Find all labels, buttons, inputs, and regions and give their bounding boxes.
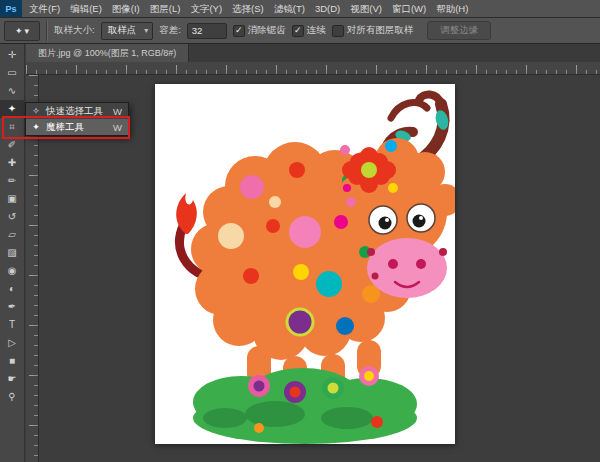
dodge-tool-button[interactable]: ◐ <box>0 280 24 298</box>
hand-tool-button[interactable]: ☛ <box>0 370 24 388</box>
menu-item-view[interactable]: 视图(V) <box>345 0 387 17</box>
cow-illustration <box>155 84 455 444</box>
contiguous-label: 连续 <box>307 24 326 37</box>
path-selection-tool-button[interactable]: ▷ <box>0 334 24 352</box>
antialias-checkbox[interactable]: ✓ <box>233 25 245 37</box>
sample-all-layers-checkbox[interactable] <box>332 25 344 37</box>
magic-wand-tool-button[interactable]: ✦ <box>0 100 24 118</box>
menu-item-window[interactable]: 窗口(W) <box>387 0 431 17</box>
history-brush-tool-button[interactable]: ↺ <box>0 208 24 226</box>
brush-tool-button[interactable]: ✏ <box>0 172 24 190</box>
menu-bar: Ps 文件(F) 编辑(E) 图像(I) 图层(L) 文字(Y) 选择(S) 滤… <box>0 0 600 18</box>
pen-tool-button[interactable]: ✒ <box>0 298 24 316</box>
head-flower <box>340 140 398 193</box>
cow-muzzle <box>367 238 447 298</box>
chevron-down-icon: ▾ <box>25 26 30 36</box>
separator <box>46 21 48 41</box>
menu-item-help[interactable]: 帮助(H) <box>431 0 473 17</box>
document-canvas[interactable] <box>155 84 455 444</box>
magic-wand-icon: ✦ <box>15 26 23 36</box>
contiguous-checkbox-group[interactable]: ✓ 连续 <box>292 24 326 37</box>
tolerance-label: 容差: <box>159 24 181 37</box>
antialias-label: 消除锯齿 <box>248 24 286 37</box>
eyedropper-tool-button[interactable]: ✐ <box>0 136 24 154</box>
flyout-item-quick-selection-tool[interactable]: ✧ 快速选择工具 W <box>26 103 128 119</box>
sample-all-layers-checkbox-group[interactable]: 对所有图层取样 <box>332 24 414 37</box>
menu-item-3d[interactable]: 3D(D) <box>310 0 345 17</box>
menu-item-image[interactable]: 图像(I) <box>107 0 145 17</box>
chevron-down-icon: ▾ <box>144 26 148 35</box>
workspace: ✛ ▭ ∿ ✦ ⌗ ✐ ✚ ✏ ▣ ↺ ▱ ▨ ◉ ◐ ✒ T ▷ ■ ☛ ⚲ … <box>0 44 600 462</box>
magic-wand-tool-icon: ✦ <box>30 122 42 132</box>
document-tab-bar: 图片.jpg @ 100%(图层 1, RGB/8#) <box>26 44 600 62</box>
menu-item-file[interactable]: 文件(F) <box>24 0 65 17</box>
menu-item-edit[interactable]: 编辑(E) <box>65 0 107 17</box>
flyout-item-shortcut: W <box>113 106 122 117</box>
refine-edge-button[interactable]: 调整边缘 <box>427 21 491 40</box>
horizontal-ruler[interactable] <box>26 62 600 75</box>
sample-size-label: 取样大小: <box>54 24 95 37</box>
type-tool-button[interactable]: T <box>0 316 24 334</box>
sample-size-value: 取样点 <box>108 24 137 37</box>
menu-item-type[interactable]: 文字(Y) <box>185 0 227 17</box>
tool-preset-picker[interactable]: ✦ ▾ <box>4 21 40 41</box>
menu-item-select[interactable]: 选择(S) <box>227 0 269 17</box>
shape-tool-button[interactable]: ■ <box>0 352 24 370</box>
flyout-item-magic-wand-tool[interactable]: ✦ 魔棒工具 W <box>26 119 128 135</box>
eraser-tool-button[interactable]: ▱ <box>0 226 24 244</box>
document-tab[interactable]: 图片.jpg @ 100%(图层 1, RGB/8#) <box>26 44 189 62</box>
marquee-tool-button[interactable]: ▭ <box>0 64 24 82</box>
clone-stamp-tool-button[interactable]: ▣ <box>0 190 24 208</box>
tool-flyout-menu: ✧ 快速选择工具 W ✦ 魔棒工具 W <box>25 102 129 136</box>
crop-tool-button[interactable]: ⌗ <box>0 118 24 136</box>
gradient-tool-button[interactable]: ▨ <box>0 244 24 262</box>
tools-panel: ✛ ▭ ∿ ✦ ⌗ ✐ ✚ ✏ ▣ ↺ ▱ ▨ ◉ ◐ ✒ T ▷ ■ ☛ ⚲ <box>0 44 25 462</box>
quick-selection-tool-icon: ✧ <box>30 106 42 116</box>
sample-all-layers-label: 对所有图层取样 <box>347 24 414 37</box>
grass <box>193 368 417 444</box>
healing-brush-tool-button[interactable]: ✚ <box>0 154 24 172</box>
contiguous-checkbox[interactable]: ✓ <box>292 25 304 37</box>
flyout-item-shortcut: W <box>113 122 122 133</box>
antialias-checkbox-group[interactable]: ✓ 消除锯齿 <box>233 24 286 37</box>
tool-options-bar: ✦ ▾ 取样大小: 取样点 ▾ 容差: ✓ 消除锯齿 ✓ 连续 对所有图层取样 … <box>0 18 600 44</box>
flyout-item-label: 快速选择工具 <box>46 105 103 118</box>
menu-item-layer[interactable]: 图层(L) <box>145 0 186 17</box>
menu-item-filter[interactable]: 滤镜(T) <box>269 0 310 17</box>
zoom-tool-button[interactable]: ⚲ <box>0 388 24 406</box>
tolerance-input[interactable] <box>187 23 227 39</box>
flyout-item-label: 魔棒工具 <box>46 121 84 134</box>
photoshop-logo: Ps <box>0 0 22 17</box>
sample-size-dropdown[interactable]: 取样点 ▾ <box>101 22 154 40</box>
blur-tool-button[interactable]: ◉ <box>0 262 24 280</box>
move-tool-button[interactable]: ✛ <box>0 46 24 64</box>
lasso-tool-button[interactable]: ∿ <box>0 82 24 100</box>
